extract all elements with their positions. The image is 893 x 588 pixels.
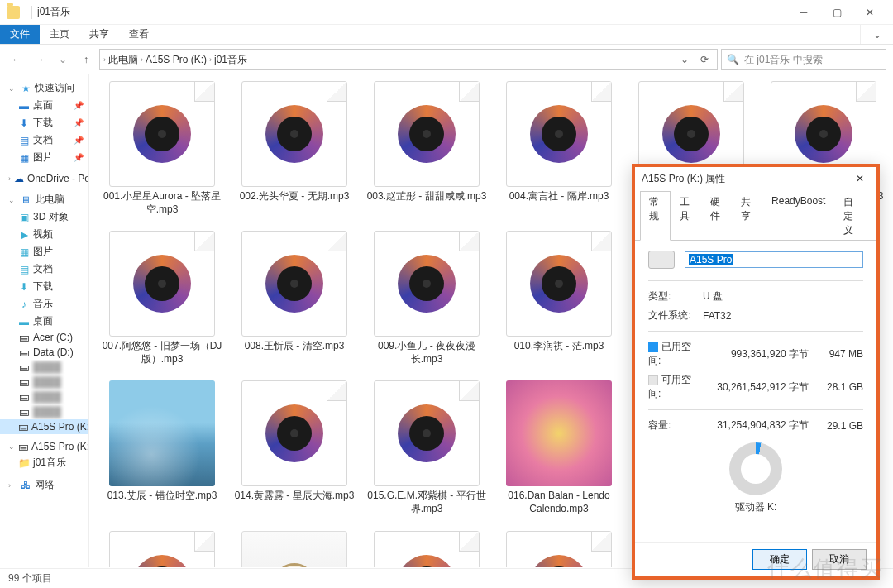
sidebar-item-documents[interactable]: ▤文档	[0, 261, 88, 278]
sidebar-network[interactable]: ›🖧网络	[0, 476, 88, 494]
file-thumbnail	[109, 231, 215, 337]
file-thumbnail	[374, 81, 480, 187]
file-thumbnail	[109, 531, 215, 567]
file-thumbnail	[109, 81, 215, 187]
sidebar-quick-access[interactable]: ⌄★快速访问	[0, 79, 88, 97]
file-item[interactable]: 004.寓言社 - 隔岸.mp3	[493, 81, 625, 216]
file-thumbnail	[374, 380, 480, 486]
recent-button[interactable]: ⌄	[53, 50, 73, 69]
filesystem: FAT32	[703, 310, 863, 322]
tab-home[interactable]: 主页	[40, 25, 79, 44]
capacity-hr: 29.1 GB	[814, 420, 863, 432]
breadcrumb[interactable]: A15S Pro (K:)	[146, 54, 207, 65]
file-item[interactable]: 003.赵芷彤 - 甜甜咸咸.mp3	[361, 81, 493, 216]
forward-button[interactable]: →	[30, 50, 50, 69]
address-bar[interactable]: › 此电脑› A15S Pro (K:)› j01音乐 ⌄ ⟳	[99, 49, 718, 70]
file-item[interactable]: 010.李润祺 - 茫.mp3	[493, 231, 625, 366]
pin-icon: 📌	[74, 101, 84, 110]
file-item[interactable]: 013.艾辰 - 错位时空.mp3	[96, 380, 228, 515]
tab-readyboost[interactable]: ReadyBoost	[762, 191, 834, 241]
sidebar-item-music[interactable]: ♪音乐	[0, 295, 88, 313]
sidebar-item-downloads[interactable]: ⬇下载📌	[0, 114, 88, 131]
tab-view[interactable]: 查看	[119, 25, 159, 44]
sidebar: ⌄★快速访问 ▬桌面📌 ⬇下载📌 ▤文档📌 ▦图片📌 ›☁OneDrive - …	[0, 74, 89, 567]
file-item[interactable]: 002.光头华夏 - 无期.mp3	[228, 81, 361, 216]
sidebar-drive-d[interactable]: 🖴Data (D:)	[0, 345, 88, 360]
file-item[interactable]: 014.黄露露 - 星辰大海.mp3	[228, 380, 361, 515]
search-input[interactable]: 🔍 在 j01音乐 中搜索	[721, 49, 886, 70]
sidebar-item-video[interactable]: ▶视频	[0, 226, 88, 243]
tab-general[interactable]: 常规	[640, 191, 671, 241]
file-item[interactable]: 007.阿悠悠 - 旧梦一场（DJ版）.mp3	[96, 231, 228, 366]
file-item[interactable]: 022.Cash Cash&Christina Perri - Hero.mp3	[493, 531, 625, 567]
tab-custom[interactable]: 自定义	[834, 191, 872, 241]
sidebar-drive-blur4[interactable]: 🖴████	[0, 404, 88, 419]
file-label: 001.小星星Aurora - 坠落星空.mp3	[96, 190, 228, 216]
file-item[interactable]: 020.Lost Frequencies - Reality.mp3	[228, 531, 361, 567]
maximize-button[interactable]: ▢	[820, 0, 853, 25]
minimize-button[interactable]: ─	[787, 0, 820, 25]
ribbon-expand[interactable]: ⌄	[860, 25, 893, 44]
file-thumbnail	[241, 531, 347, 567]
drive-label: 驱动器 K:	[648, 500, 863, 514]
tab-share[interactable]: 共享	[79, 25, 119, 44]
file-item[interactable]: 015.G.E.M.邓紫棋 - 平行世界.mp3	[361, 380, 493, 515]
up-button[interactable]: ↑	[76, 50, 96, 69]
dialog-title: A15S Pro (K:) 属性	[642, 172, 725, 186]
tab-hardware[interactable]: 硬件	[701, 191, 732, 241]
file-label: 010.李润祺 - 茫.mp3	[511, 340, 608, 353]
file-label: 014.黄露露 - 星辰大海.mp3	[232, 490, 358, 503]
back-button[interactable]: ←	[7, 50, 26, 69]
sidebar-drive-a15s-selected[interactable]: 🖴A15S Pro (K:)	[0, 419, 88, 434]
tab-file[interactable]: 文件	[0, 25, 40, 44]
sidebar-onedrive[interactable]: ›☁OneDrive - Persona	[0, 171, 88, 186]
file-item[interactable]: 001.小星星Aurora - 坠落星空.mp3	[96, 81, 228, 216]
breadcrumb[interactable]: 此电脑	[108, 53, 138, 67]
sidebar-item-pictures[interactable]: ▦图片📌	[0, 149, 88, 166]
file-item[interactable]: 016.Dan Balan - Lendo Calendo.mp3	[493, 380, 625, 515]
sidebar-drive-blur1[interactable]: 🖴████	[0, 360, 88, 375]
window-title: j01音乐	[37, 5, 70, 19]
refresh-button[interactable]: ⟳	[695, 50, 714, 69]
used-bytes: 993,361,920 字节	[703, 347, 809, 361]
sidebar-item-desktop[interactable]: ▬桌面	[0, 313, 88, 330]
file-label: 015.G.E.M.邓紫棋 - 平行世界.mp3	[361, 490, 493, 515]
sidebar-this-pc[interactable]: ⌄🖥此电脑	[0, 191, 88, 208]
file-thumbnail	[241, 231, 347, 337]
file-label: 016.Dan Balan - Lendo Calendo.mp3	[493, 490, 625, 515]
search-icon: 🔍	[727, 54, 739, 65]
sidebar-item-downloads[interactable]: ⬇下载	[0, 278, 88, 295]
drive-type: U 盘	[703, 289, 863, 304]
tab-tools[interactable]: 工具	[671, 191, 701, 241]
file-item[interactable]: 019.Ava Max - Salt.mp3	[96, 531, 228, 567]
sidebar-item-pictures[interactable]: ▦图片	[0, 243, 88, 261]
sidebar-item-j01[interactable]: 📁j01音乐	[0, 454, 88, 471]
file-thumbnail	[506, 81, 612, 187]
drive-icon	[648, 251, 675, 269]
file-label: 007.阿悠悠 - 旧梦一场（DJ版）.mp3	[96, 340, 228, 366]
dialog-close-button[interactable]: ✕	[850, 173, 870, 184]
sidebar-item-desktop[interactable]: ▬桌面📌	[0, 97, 88, 114]
cancel-button[interactable]: 取消	[812, 549, 867, 570]
properties-dialog: A15S Pro (K:) 属性 ✕ 常规 工具 硬件 共享 ReadyBoos…	[632, 164, 880, 580]
file-item[interactable]: 021.Katie Sky - Monsters.mp3	[361, 531, 493, 567]
file-item[interactable]: 009.小鱼儿 - 夜夜夜漫长.mp3	[361, 231, 493, 366]
ok-button[interactable]: 确定	[752, 549, 807, 570]
file-thumbnail	[241, 380, 347, 486]
file-thumbnail	[374, 531, 480, 567]
file-thumbnail	[506, 231, 612, 337]
drive-name-input[interactable]: A15S Pro	[685, 251, 863, 268]
close-button[interactable]: ✕	[853, 0, 886, 25]
sidebar-drive-blur2[interactable]: 🖴████	[0, 375, 88, 390]
file-item[interactable]: 008.王忻辰 - 清空.mp3	[228, 231, 361, 366]
tab-sharing[interactable]: 共享	[732, 191, 762, 241]
sidebar-drive-a15s[interactable]: ⌄🖴A15S Pro (K:)	[0, 439, 88, 454]
sidebar-drive-c[interactable]: 🖴Acer (C:)	[0, 330, 88, 345]
item-count: 99 个项目	[8, 571, 52, 586]
breadcrumb[interactable]: j01音乐	[214, 53, 247, 67]
sidebar-item-3d[interactable]: ▣3D 对象	[0, 208, 88, 226]
sidebar-drive-blur3[interactable]: 🖴████	[0, 390, 88, 404]
file-label: 008.王忻辰 - 清空.mp3	[241, 340, 348, 353]
address-dropdown[interactable]: ⌄	[676, 50, 694, 69]
sidebar-item-documents[interactable]: ▤文档📌	[0, 131, 88, 149]
